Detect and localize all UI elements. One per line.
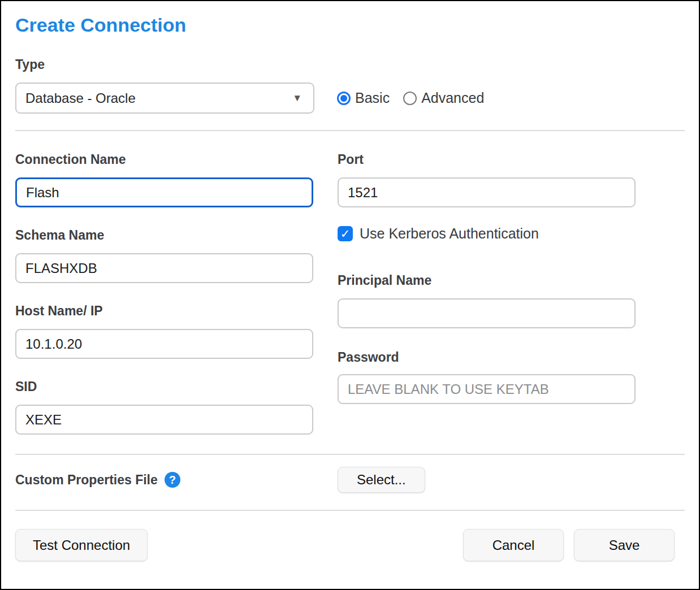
custom-properties-label: Custom Properties File xyxy=(15,473,158,487)
password-input[interactable] xyxy=(338,374,636,404)
footer-actions: Test Connection Cancel Save xyxy=(15,529,685,561)
connection-name-input[interactable] xyxy=(15,177,313,207)
type-row: Database - Oracle ▼ Basic Advanced xyxy=(15,83,685,114)
create-connection-dialog: Create Connection Type Database - Oracle… xyxy=(0,0,700,590)
type-label: Type xyxy=(15,58,685,72)
checkmark-icon: ✓ xyxy=(340,228,351,240)
divider-middle xyxy=(15,454,685,455)
radio-basic[interactable]: Basic xyxy=(337,90,390,106)
type-dropdown[interactable]: Database - Oracle ▼ xyxy=(15,83,314,114)
radio-selected-icon xyxy=(337,92,351,105)
kerberos-label: Use Kerberos Authentication xyxy=(360,225,539,242)
form-columns: Connection Name Schema Name Host Name/ I… xyxy=(15,131,685,435)
principal-name-label: Principal Name xyxy=(338,274,636,288)
form-column-right: Port ✓ Use Kerberos Authentication Princ… xyxy=(338,131,636,404)
radio-advanced-label: Advanced xyxy=(421,90,484,106)
custom-properties-left: Custom Properties File ? xyxy=(15,472,338,488)
port-input[interactable] xyxy=(338,177,636,207)
divider-bottom xyxy=(15,510,685,511)
host-name-input[interactable] xyxy=(15,329,313,359)
cancel-button[interactable]: Cancel xyxy=(463,529,564,561)
checkbox-icon[interactable]: ✓ xyxy=(338,226,353,241)
footer-right-buttons: Cancel Save xyxy=(463,529,675,561)
mode-radio-group: Basic Advanced xyxy=(337,90,484,106)
chevron-down-icon: ▼ xyxy=(292,93,303,104)
page-title: Create Connection xyxy=(15,14,685,36)
principal-name-input[interactable] xyxy=(338,298,636,328)
custom-properties-row: Custom Properties File ? Select... xyxy=(15,467,685,493)
save-button[interactable]: Save xyxy=(574,529,675,561)
form-column-left: Connection Name Schema Name Host Name/ I… xyxy=(15,131,313,435)
schema-name-label: Schema Name xyxy=(15,228,313,242)
host-name-label: Host Name/ IP xyxy=(15,304,313,318)
password-label: Password xyxy=(338,350,636,365)
sid-input[interactable] xyxy=(15,405,313,435)
test-connection-button[interactable]: Test Connection xyxy=(15,529,148,561)
connection-name-label: Connection Name xyxy=(15,153,313,167)
kerberos-checkbox-row[interactable]: ✓ Use Kerberos Authentication xyxy=(338,225,636,241)
type-dropdown-value: Database - Oracle xyxy=(25,90,136,106)
radio-advanced[interactable]: Advanced xyxy=(403,90,484,106)
port-label: Port xyxy=(338,153,636,167)
select-file-button[interactable]: Select... xyxy=(338,467,425,493)
schema-name-input[interactable] xyxy=(15,253,313,283)
radio-unselected-icon xyxy=(403,92,417,105)
radio-basic-label: Basic xyxy=(355,90,390,106)
sid-label: SID xyxy=(15,380,313,394)
help-icon[interactable]: ? xyxy=(165,472,180,488)
